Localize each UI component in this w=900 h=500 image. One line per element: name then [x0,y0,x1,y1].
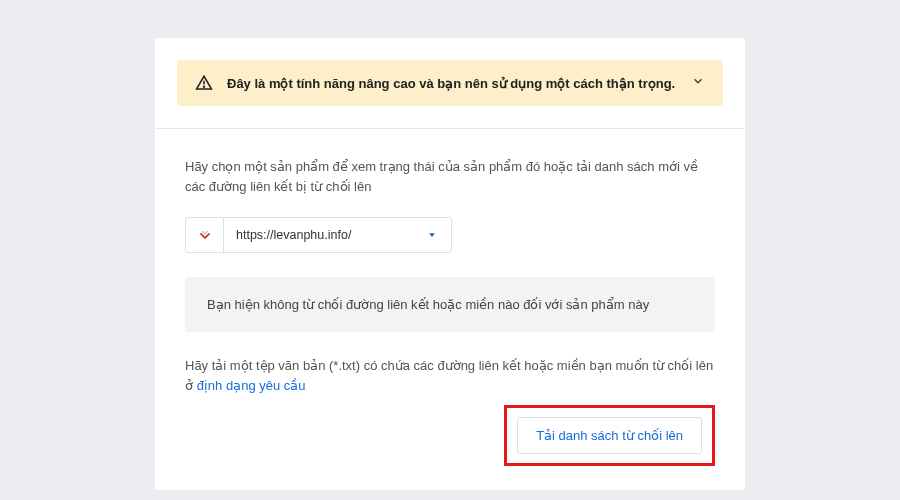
disavow-card: Đây là một tính năng nâng cao và bạn nên… [155,38,745,490]
svg-marker-2 [429,234,435,238]
site-favicon-icon [186,218,224,252]
content-area: Hãy chọn một sản phẩm để xem trạng thái … [155,129,745,490]
highlight-frame: Tải danh sách từ chối lên [504,405,715,466]
upload-disavow-button[interactable]: Tải danh sách từ chối lên [517,417,702,454]
action-row: Tải danh sách từ chối lên [185,405,715,466]
chevron-down-icon [691,74,705,92]
status-message: Bạn hiện không từ chối đường liên kết ho… [185,277,715,332]
svg-point-1 [204,86,205,87]
format-link[interactable]: định dạng yêu cầu [197,378,306,393]
warning-section: Đây là một tính năng nâng cao và bạn nên… [155,38,745,129]
caret-down-icon [413,226,451,244]
site-dropdown[interactable]: https://levanphu.info/ [185,217,452,253]
warning-banner[interactable]: Đây là một tính năng nâng cao và bạn nên… [177,60,723,106]
instruction-text: Hãy chọn một sản phẩm để xem trạng thái … [185,157,715,197]
dropdown-selected-label: https://levanphu.info/ [224,228,413,242]
upload-instruction: Hãy tải một tệp văn bản (*.txt) có chứa … [185,356,715,396]
warning-text: Đây là một tính năng nâng cao và bạn nên… [227,76,677,91]
warning-icon [195,74,213,92]
